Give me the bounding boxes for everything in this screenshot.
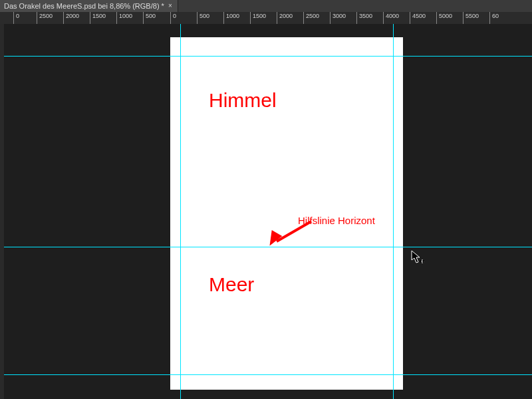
- ruler-tick-label: 500: [200, 13, 209, 19]
- ruler-tick: 500: [197, 12, 198, 24]
- ruler-tick: 500: [143, 12, 144, 24]
- ruler-tick: 1000: [223, 12, 224, 24]
- guide-horizontal-bottom[interactable]: [4, 374, 532, 375]
- ruler-tick-label: 2500: [39, 13, 53, 19]
- annotation-sea: Meer: [209, 273, 254, 296]
- close-icon[interactable]: ×: [168, 3, 172, 9]
- ruler-tick: 3500: [356, 12, 357, 24]
- ruler-tick-label: 1000: [226, 13, 239, 19]
- ruler-tick: 5500: [463, 12, 464, 24]
- ruler-tick: 1500: [250, 12, 251, 24]
- ruler-horizontal[interactable]: 0250020001500100050005001000150020002500…: [0, 12, 532, 25]
- ruler-tick-label: 4500: [412, 13, 426, 19]
- guide-horizontal-top[interactable]: [4, 56, 532, 57]
- ruler-tick-label: 1000: [119, 13, 132, 19]
- ruler-tick-label: 2000: [66, 13, 79, 19]
- document-tab[interactable]: Das Orakel des MeereS.psd bei 8,86% (RGB…: [0, 0, 178, 12]
- ruler-tick: 3000: [330, 12, 331, 24]
- ruler-tick-label: 2500: [306, 13, 319, 19]
- titlebar: Das Orakel des MeereS.psd bei 8,86% (RGB…: [0, 0, 532, 12]
- canvas-workarea[interactable]: Himmel Meer Hilfslinie Horizont: [4, 24, 532, 399]
- ruler-tick-label: 0: [16, 13, 19, 19]
- ruler-tick-label: 3500: [359, 13, 372, 19]
- ruler-tick: 1500: [90, 12, 90, 24]
- ruler-tick-label: 1500: [253, 13, 266, 19]
- ruler-tick: 2500: [37, 12, 37, 24]
- ruler-tick-label: 500: [146, 13, 156, 19]
- ruler-tick: 0: [13, 12, 14, 24]
- ruler-tick-label: 3000: [332, 13, 346, 19]
- ruler-tick: 2000: [277, 12, 277, 24]
- ruler-tick-label: 0: [173, 13, 176, 19]
- document-tab-label: Das Orakel des MeereS.psd bei 8,86% (RGB…: [4, 2, 164, 10]
- move-cursor-icon: [411, 250, 424, 265]
- artboard[interactable]: [170, 37, 403, 390]
- ruler-tick: 1000: [116, 12, 117, 24]
- ruler-tick: 2500: [303, 12, 304, 24]
- ruler-tick-label: 5500: [466, 13, 479, 19]
- ruler-tick-label: 1500: [92, 13, 106, 19]
- ruler-tick-label: 60: [492, 13, 499, 19]
- ruler-tick: 4500: [410, 12, 410, 24]
- ruler-tick: 4000: [383, 12, 384, 24]
- ruler-tick: 60: [489, 12, 490, 24]
- ruler-tick: 5000: [436, 12, 437, 24]
- ruler-tick-label: 5000: [439, 13, 452, 19]
- ruler-tick-label: 2000: [279, 13, 293, 19]
- annotation-sky: Himmel: [209, 89, 277, 112]
- ruler-tick: 0: [170, 12, 171, 24]
- ruler-tick: 2000: [63, 12, 64, 24]
- guide-horizontal-horizon[interactable]: [4, 247, 532, 247]
- guide-vertical-right[interactable]: [393, 24, 394, 399]
- ruler-tick-label: 4000: [386, 13, 399, 19]
- guide-vertical-left[interactable]: [180, 24, 181, 399]
